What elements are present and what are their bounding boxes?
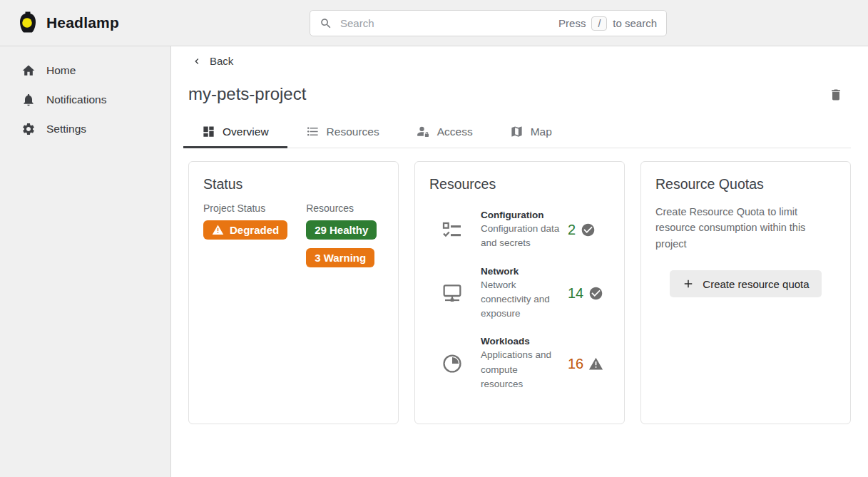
degraded-badge-label: Degraded xyxy=(230,224,279,236)
quotas-card-title: Resource Quotas xyxy=(655,176,836,193)
app-title: Headlamp xyxy=(46,14,119,31)
healthy-badge: 29 Healthy xyxy=(306,220,377,240)
tab-resources[interactable]: Resources xyxy=(287,118,398,148)
workloads-icon xyxy=(441,352,465,375)
resources-status-column: Resources 29 Healthy 3 Warning xyxy=(306,202,377,267)
search-bar[interactable]: Press / to search xyxy=(310,10,667,36)
quotas-description: Create Resource Quota to limit resource … xyxy=(655,204,836,252)
project-status-column: Project Status Degraded xyxy=(203,202,287,267)
main-content: Back my-pets-project Overview Resources xyxy=(171,46,868,477)
app-brand: Headlamp xyxy=(17,0,119,46)
warning-triangle-icon xyxy=(212,224,224,236)
search-input[interactable] xyxy=(339,16,552,30)
sidebar-item-label: Home xyxy=(46,64,76,77)
warning-triangle-icon xyxy=(588,357,603,371)
network-icon xyxy=(441,282,465,304)
bell-icon xyxy=(21,93,36,107)
tab-access[interactable]: Access xyxy=(398,118,491,148)
warning-badge: 3 Warning xyxy=(306,248,374,267)
sidebar: Home Notifications Settings xyxy=(0,46,171,477)
degraded-badge: Degraded xyxy=(203,220,287,240)
search-hint-suffix: to search xyxy=(613,17,657,29)
resources-card: Resources Configuration Configuration da xyxy=(414,161,625,424)
tab-bar: Overview Resources Access Map xyxy=(183,118,851,148)
page-title: my-pets-project xyxy=(188,84,306,104)
slash-key-badge: / xyxy=(591,16,607,31)
create-resource-quota-button[interactable]: Create resource quota xyxy=(670,270,821,297)
search-shortcut-hint: Press / to search xyxy=(558,16,657,31)
search-hint-press: Press xyxy=(558,17,586,29)
resource-description: Configuration data and secrets xyxy=(481,222,561,251)
project-status-label: Project Status xyxy=(203,202,287,214)
resource-count: 14 xyxy=(568,285,583,302)
list-icon xyxy=(306,125,320,138)
trash-icon xyxy=(829,87,843,103)
tab-label: Map xyxy=(531,125,552,138)
resource-quotas-card: Resource Quotas Create Resource Quota to… xyxy=(640,161,851,424)
resource-name: Configuration xyxy=(481,210,561,220)
sidebar-item-label: Notifications xyxy=(46,93,106,106)
back-label: Back xyxy=(210,55,233,67)
home-icon xyxy=(21,63,36,78)
checklist-icon xyxy=(441,219,465,242)
resource-row-workloads[interactable]: Workloads Applications and compute resou… xyxy=(429,336,610,391)
resource-name: Workloads xyxy=(481,336,561,347)
overview-icon xyxy=(202,125,215,138)
sidebar-item-home[interactable]: Home xyxy=(0,56,170,85)
person-lock-icon xyxy=(417,125,430,138)
overview-cards: Status Project Status Degraded Resources… xyxy=(188,161,851,424)
resource-description: Applications and compute resources xyxy=(481,348,561,391)
tab-label: Access xyxy=(437,125,473,138)
gear-icon xyxy=(21,122,36,136)
sidebar-item-settings[interactable]: Settings xyxy=(0,114,170,143)
sidebar-item-label: Settings xyxy=(46,123,86,135)
resources-card-title: Resources xyxy=(429,176,610,193)
check-circle-icon xyxy=(588,286,603,301)
headlamp-logo-icon xyxy=(17,11,39,35)
resources-status-label: Resources xyxy=(306,202,377,214)
chevron-left-icon xyxy=(191,56,203,67)
plus-icon xyxy=(682,277,695,290)
back-button[interactable]: Back xyxy=(191,55,233,67)
sidebar-item-notifications[interactable]: Notifications xyxy=(0,85,170,114)
resource-count: 16 xyxy=(568,356,583,372)
map-icon xyxy=(510,125,524,138)
status-card-title: Status xyxy=(203,176,384,193)
page-header: my-pets-project xyxy=(188,84,851,104)
resource-description: Network connectivity and exposure xyxy=(481,278,561,322)
tab-overview[interactable]: Overview xyxy=(183,118,287,148)
tab-label: Overview xyxy=(223,125,269,138)
delete-project-button[interactable] xyxy=(829,87,843,103)
create-resource-quota-label: Create resource quota xyxy=(703,278,809,290)
check-circle-icon xyxy=(581,222,596,237)
tab-map[interactable]: Map xyxy=(491,118,571,148)
status-card: Status Project Status Degraded Resources… xyxy=(188,161,399,424)
tab-label: Resources xyxy=(327,125,379,138)
resource-count: 2 xyxy=(568,222,576,238)
resource-row-network[interactable]: Network Network connectivity and exposur… xyxy=(429,266,610,322)
top-bar: Headlamp Press / to search xyxy=(0,0,868,46)
search-icon xyxy=(320,17,332,30)
resource-name: Network xyxy=(481,266,561,277)
resource-row-configuration[interactable]: Configuration Configuration data and sec… xyxy=(429,210,610,251)
